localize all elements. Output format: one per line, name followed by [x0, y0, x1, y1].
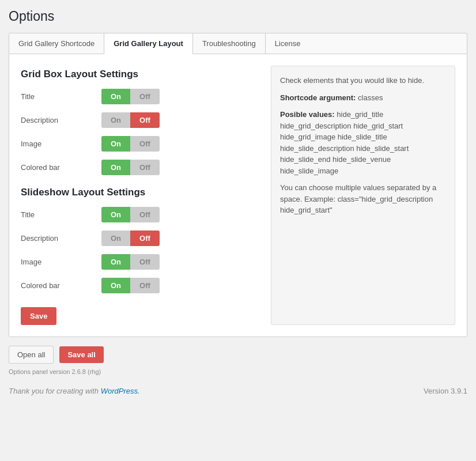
slideshow-coloredbar-row: Colored bar On Off — [21, 278, 259, 293]
grid-box-image-row: Image On Off — [21, 136, 259, 152]
slideshow-image-row: Image On Off — [21, 254, 259, 270]
save-all-button[interactable]: Save all — [59, 346, 103, 363]
slideshow-section-title: Slideshow Layout Settings — [21, 187, 259, 198]
grid-box-title-off-button[interactable]: Off — [130, 89, 160, 104]
grid-box-image-off-button[interactable]: Off — [130, 136, 160, 152]
save-button[interactable]: Save — [21, 307, 56, 325]
slideshow-title-on-button[interactable]: On — [101, 207, 130, 222]
info-possible: Posible values: hide_grid_title hide_gri… — [280, 109, 446, 176]
slideshow-image-toggle: On Off — [101, 254, 160, 270]
version-note: Options panel version 2.6.8 (rhg) — [9, 368, 467, 375]
footer-left: Thank you for creating with WordPress. — [9, 387, 140, 395]
footer-version: Version 3.9.1 — [424, 387, 467, 395]
tabs-bar: Grid Gallery Shortcode Grid Gallery Layo… — [9, 33, 467, 54]
possible-values-text: hide_grid_title hide_grid_description hi… — [280, 110, 409, 175]
tab-content: Grid Box Layout Settings Title On Off De… — [9, 54, 467, 337]
grid-box-image-label: Image — [21, 139, 101, 148]
slideshow-coloredbar-toggle: On Off — [101, 278, 160, 293]
slideshow-title-row: Title On Off — [21, 207, 259, 222]
slideshow-description-label: Description — [21, 234, 101, 243]
grid-box-description-on-button[interactable]: On — [101, 112, 130, 128]
grid-box-description-label: Description — [21, 116, 101, 124]
grid-box-title-on-button[interactable]: On — [101, 89, 130, 104]
grid-box-description-toggle: On Off — [101, 112, 160, 128]
grid-box-coloredbar-row: Colored bar On Off — [21, 160, 259, 175]
grid-box-title-label: Title — [21, 92, 101, 101]
slideshow-image-on-button[interactable]: On — [101, 254, 130, 270]
tab-troubleshooting[interactable]: Troubleshooting — [193, 33, 266, 54]
slideshow-description-toggle: On Off — [101, 231, 160, 246]
slideshow-image-label: Image — [21, 258, 101, 266]
grid-box-coloredbar-on-button[interactable]: On — [101, 160, 130, 175]
slideshow-coloredbar-label: Colored bar — [21, 281, 101, 290]
footer: Thank you for creating with WordPress. V… — [0, 375, 476, 407]
tab-grid-gallery-shortcode[interactable]: Grid Gallery Shortcode — [9, 33, 104, 54]
grid-box-description-off-button[interactable]: Off — [130, 112, 160, 128]
slideshow-description-on-button[interactable]: On — [101, 231, 130, 246]
info-panel: Check elements that you would like to hi… — [271, 66, 455, 325]
slideshow-title-off-button[interactable]: Off — [130, 207, 160, 222]
left-panel: Grid Box Layout Settings Title On Off De… — [21, 66, 259, 325]
footer-left-text: Thank you for creating with — [9, 387, 101, 395]
grid-box-coloredbar-toggle: On Off — [101, 160, 160, 175]
slideshow-coloredbar-off-button[interactable]: Off — [130, 278, 160, 293]
shortcode-label: Shortcode argument: — [280, 93, 356, 102]
info-example: You can choose multiple values separated… — [280, 182, 446, 216]
info-shortcode: Shortcode argument: classes — [280, 92, 446, 104]
bottom-bar: Open all Save all — [9, 346, 467, 364]
grid-box-image-toggle: On Off — [101, 136, 160, 152]
slideshow-image-off-button[interactable]: Off — [130, 254, 160, 270]
tab-grid-gallery-layout[interactable]: Grid Gallery Layout — [104, 33, 193, 54]
slideshow-description-off-button[interactable]: Off — [130, 231, 160, 246]
grid-box-title-toggle: On Off — [101, 89, 160, 104]
slideshow-description-row: Description On Off — [21, 231, 259, 246]
grid-box-title-row: Title On Off — [21, 89, 259, 104]
slideshow-title-label: Title — [21, 210, 101, 219]
grid-box-coloredbar-label: Colored bar — [21, 163, 101, 172]
slideshow-coloredbar-on-button[interactable]: On — [101, 278, 130, 293]
page-title: Options — [9, 9, 467, 24]
shortcode-value-text: classes — [358, 93, 383, 102]
info-description: Check elements that you would like to hi… — [280, 75, 446, 86]
grid-box-section-title: Grid Box Layout Settings — [21, 69, 259, 80]
open-all-button[interactable]: Open all — [9, 346, 54, 364]
grid-box-coloredbar-off-button[interactable]: Off — [130, 160, 160, 175]
grid-box-image-on-button[interactable]: On — [101, 136, 130, 152]
tab-license[interactable]: License — [266, 33, 310, 54]
grid-box-description-row: Description On Off — [21, 112, 259, 128]
footer-wordpress-link[interactable]: WordPress. — [101, 387, 140, 395]
slideshow-title-toggle: On Off — [101, 207, 160, 222]
possible-label: Posible values: — [280, 110, 335, 119]
